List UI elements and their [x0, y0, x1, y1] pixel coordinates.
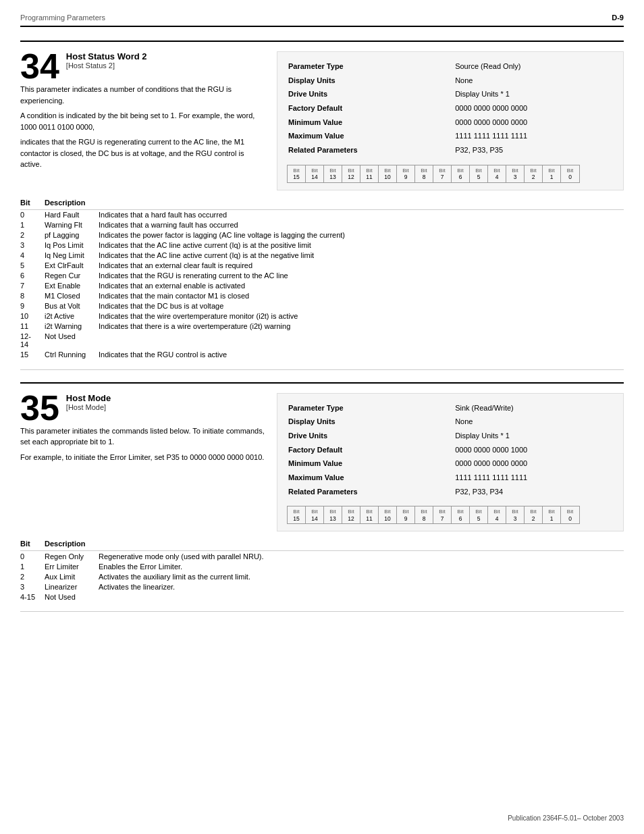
bit-label: Bit — [348, 509, 354, 515]
bit-desc-cell: Indicates that a warning fault has occur… — [99, 220, 624, 230]
bit-cell-1: Bit1 — [543, 165, 561, 182]
bit-label: Bit — [384, 167, 390, 174]
bit-label: Bit — [366, 509, 372, 515]
bit-label: Bit — [293, 167, 299, 174]
bit-cell-7: Bit7 — [433, 165, 452, 182]
bit-number: 13 — [329, 174, 336, 180]
bit-cell-0: Bit0 — [561, 506, 579, 523]
param-table-val: P32, P33, P35 — [455, 144, 612, 157]
bit-cell-14: Bit14 — [306, 165, 324, 182]
param-table-val: Display Units * 1 — [455, 88, 612, 101]
bit-number: 8 — [423, 515, 426, 522]
desc-paragraph: This parameter initiates the commands li… — [20, 425, 267, 448]
bit-name-cell: Iq Pos Limit — [45, 240, 99, 251]
bit-desc-row: 0Regen OnlyRegenerative mode only (used … — [20, 551, 624, 562]
bit-name-cell: Not Used — [45, 332, 99, 350]
bit-name-cell: Ext Enable — [45, 281, 99, 291]
bit-number: 6 — [459, 174, 462, 180]
desc-paragraph: For example, to initiate the Error Limit… — [20, 452, 267, 463]
bit-label: Bit — [457, 509, 463, 515]
bit-number-cell: 7 — [20, 281, 45, 291]
param-number-param35: 35 — [20, 390, 59, 425]
bit-name-cell: Iq Neg Limit — [45, 251, 99, 261]
bit-number: 15 — [293, 515, 299, 522]
bit-name-cell: Not Used — [45, 592, 99, 602]
bit-desc-row: 4Iq Neg LimitIndicates that the AC line … — [20, 251, 624, 261]
bit-name-cell: Warning Flt — [45, 220, 99, 230]
bit-desc-row: 1Warning FltIndicates that a warning fau… — [20, 220, 624, 230]
bit-cell-2: Bit2 — [525, 165, 543, 182]
bit-desc-header-0: Bit — [20, 199, 45, 210]
bit-number-cell: 0 — [20, 551, 45, 562]
bit-name-cell: Hard Fault — [45, 209, 99, 220]
desc-paragraph: indicates that the RGU is regenerating c… — [20, 136, 267, 170]
param-table-val: 0000 0000 0000 0000 — [455, 457, 612, 470]
header-title: Programming Parameters — [20, 14, 105, 22]
bit-cell-15: Bit15 — [288, 165, 306, 182]
bit-number-cell: 3 — [20, 240, 45, 251]
bit-cell-4: Bit4 — [488, 165, 506, 182]
bit-number: 8 — [423, 174, 426, 180]
bit-label: Bit — [402, 167, 408, 174]
bit-number: 4 — [495, 174, 499, 180]
desc-paragraph: A condition is indicated by the bit bein… — [20, 110, 267, 132]
bit-table-wrap-param34: BitDescription0Hard FaultIndicates that … — [20, 199, 624, 360]
param-table-val: Source (Read Only) — [455, 60, 612, 73]
param-table-row: Related ParametersP32, P33, P34 — [288, 486, 612, 498]
bit-desc-row: 1Err LimiterEnables the Error Limiter. — [20, 561, 624, 571]
bit-number: 7 — [441, 515, 444, 522]
bit-desc-row: 12-14Not Used — [20, 332, 624, 350]
bit-desc-header-row: BitDescription — [20, 199, 624, 210]
bit-desc-cell: Activates the auxiliary limit as the cur… — [99, 571, 624, 581]
bit-number-cell: 6 — [20, 271, 45, 281]
param-title-block-param35: Host Mode[Host Mode] — [66, 393, 267, 411]
bit-label: Bit — [567, 167, 573, 174]
bit-name-cell: Regen Cur — [45, 271, 99, 281]
param-subtitle-param35: [Host Mode] — [66, 403, 267, 411]
param-table-key: Display Units — [288, 415, 454, 428]
param-table-key: Minimum Value — [288, 457, 454, 470]
bit-number: 5 — [477, 515, 481, 522]
bit-grid-param35: Bit15Bit14Bit13Bit12Bit11Bit10Bit9Bit8Bi… — [287, 506, 614, 524]
bit-desc-row: 11i2t WarningIndicates that there is a w… — [20, 321, 624, 332]
bit-name-cell: Ctrl Running — [45, 350, 99, 360]
bit-number: 1 — [550, 515, 554, 522]
bit-number: 14 — [311, 515, 317, 522]
param-table-row: Parameter TypeSource (Read Only) — [288, 60, 612, 73]
bit-number: 3 — [514, 174, 517, 180]
bit-desc-cell: Indicates that the AC line active curren… — [99, 240, 624, 251]
bit-desc-row: 5Ext ClrFaultIndicates that an external … — [20, 261, 624, 271]
bit-label: Bit — [439, 509, 445, 515]
bit-desc-table-param34: BitDescription0Hard FaultIndicates that … — [20, 199, 624, 360]
bit-desc-cell: Indicates that the RGU control is active — [99, 350, 624, 360]
footer-text: Publication 2364F-5.01– October 2003 — [508, 814, 624, 822]
param-table-val: 0000 0000 0000 0000 — [455, 102, 612, 115]
bit-desc-header-2 — [99, 199, 624, 210]
param-table-row: Display UnitsNone — [288, 415, 612, 428]
bit-number: 5 — [477, 174, 481, 180]
param-table-key: Drive Units — [288, 429, 454, 442]
bit-number-cell: 2 — [20, 571, 45, 581]
bit-name-cell: Aux Limit — [45, 571, 99, 581]
bit-desc-row: 2pf LaggingIndicates the power factor is… — [20, 230, 624, 240]
bit-cell-8: Bit8 — [415, 506, 433, 523]
bit-label: Bit — [293, 509, 299, 515]
bit-number-cell: 1 — [20, 220, 45, 230]
bit-desc-row: 3Iq Pos LimitIndicates that the AC line … — [20, 240, 624, 251]
bit-label: Bit — [329, 509, 336, 515]
param-table-val: Display Units * 1 — [455, 429, 612, 442]
bit-cell-12: Bit12 — [342, 506, 360, 523]
bit-name-cell: M1 Closed — [45, 291, 99, 301]
bit-desc-cell: Indicates that the AC line active curren… — [99, 251, 624, 261]
bit-name-cell: Regen Only — [45, 551, 99, 562]
bit-desc-cell: Activates the linearizer. — [99, 581, 624, 592]
bit-label: Bit — [548, 509, 554, 515]
bit-label: Bit — [311, 509, 317, 515]
bit-cell-9: Bit9 — [397, 165, 415, 182]
bit-number: 1 — [550, 174, 554, 180]
bit-table-wrap-param35: BitDescription0Regen OnlyRegenerative mo… — [20, 540, 624, 602]
bit-label: Bit — [512, 509, 518, 515]
bit-number: 14 — [311, 174, 317, 180]
bit-number-cell: 4-15 — [20, 592, 45, 602]
desc-paragraph: This parameter indicates a number of con… — [20, 84, 267, 106]
